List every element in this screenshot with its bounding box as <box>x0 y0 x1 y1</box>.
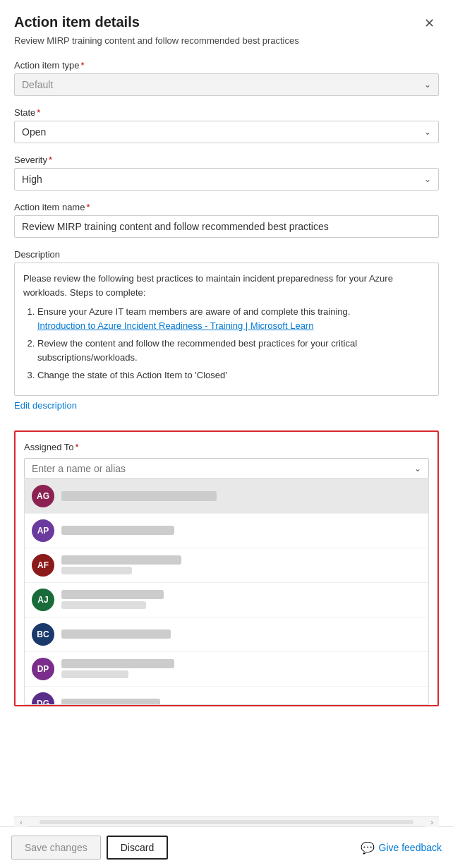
assigned-to-section: Assigned To* ⌄ AG AP <box>14 430 439 706</box>
panel-subtitle: Review MIRP training content and follow … <box>14 35 439 46</box>
chevron-down-icon: ⌄ <box>414 464 421 474</box>
description-step-3: Change the state of this Action Item to … <box>37 368 430 382</box>
description-step-2: Review the content and follow the recomm… <box>37 337 430 364</box>
description-step-1: Ensure your Azure IT team members are aw… <box>37 305 430 332</box>
close-button[interactable]: ✕ <box>420 14 439 32</box>
person-info <box>61 590 421 609</box>
list-item[interactable]: AF <box>25 548 428 583</box>
list-item[interactable]: DP <box>25 652 428 687</box>
person-info <box>61 699 421 705</box>
avatar: DP <box>32 658 54 680</box>
training-link[interactable]: Introduction to Azure Incident Readiness… <box>37 320 313 331</box>
person-info <box>61 629 421 639</box>
scroll-left-button[interactable]: ‹ <box>14 817 28 827</box>
chevron-down-icon: ⌄ <box>424 174 431 184</box>
action-item-name-field: Action item name* <box>14 202 439 238</box>
horizontal-scrollbar[interactable]: ‹ › <box>14 816 439 826</box>
person-info <box>61 526 421 535</box>
person-email <box>61 670 128 678</box>
footer: Save changes Discard 💬 Give feedback <box>0 826 453 868</box>
list-item[interactable]: AP <box>25 514 428 548</box>
person-email <box>61 567 132 574</box>
assigned-to-input[interactable] <box>32 463 414 474</box>
description-steps: Ensure your Azure IT team members are aw… <box>23 305 430 382</box>
severity-dropdown[interactable]: High ⌄ <box>14 168 439 191</box>
person-name <box>61 491 217 501</box>
scrollbar-track <box>40 820 413 824</box>
avatar: BC <box>32 623 54 646</box>
state-dropdown[interactable]: Open ⌄ <box>14 121 439 143</box>
description-field: Description Please review the following … <box>14 249 439 419</box>
avatar: DG <box>32 692 54 705</box>
person-name <box>61 629 171 639</box>
chevron-down-icon: ⌄ <box>424 127 431 137</box>
edit-description-link[interactable]: Edit description <box>14 400 77 411</box>
list-item[interactable]: AJ <box>25 583 428 617</box>
avatar: AG <box>32 485 54 507</box>
person-name <box>61 590 164 599</box>
description-label: Description <box>14 249 439 260</box>
person-info <box>61 659 421 678</box>
list-item[interactable]: BC <box>25 617 428 652</box>
panel-header: Action item details ✕ <box>14 14 439 32</box>
person-name <box>61 555 181 565</box>
action-item-type-dropdown[interactable]: Default ⌄ <box>14 73 439 96</box>
scroll-right-button[interactable]: › <box>425 817 439 827</box>
person-name <box>61 659 174 668</box>
avatar: AF <box>32 554 54 577</box>
description-content: Please review the following best practic… <box>14 263 439 396</box>
chevron-down-icon: ⌄ <box>424 80 431 90</box>
person-name <box>61 526 174 535</box>
assigned-to-label: Assigned To* <box>24 442 429 452</box>
person-info <box>61 491 421 501</box>
list-item[interactable]: AG <box>25 479 428 514</box>
avatar: AP <box>32 519 54 542</box>
list-item[interactable]: DG <box>25 687 428 705</box>
severity-field: Severity* High ⌄ <box>14 155 439 191</box>
spacer <box>14 718 439 806</box>
state-label: State* <box>14 107 439 118</box>
severity-label: Severity* <box>14 155 439 165</box>
state-field: State* Open ⌄ <box>14 107 439 143</box>
person-info <box>61 555 421 574</box>
action-item-type-field: Action item type* Default ⌄ <box>14 60 439 96</box>
action-item-name-input[interactable] <box>14 215 439 238</box>
action-item-panel: Action item details ✕ Review MIRP traini… <box>0 0 453 826</box>
person-name <box>61 699 160 705</box>
person-email <box>61 601 146 609</box>
discard-button[interactable]: Discard <box>107 836 168 860</box>
panel-title: Action item details <box>14 14 140 30</box>
people-dropdown-list: AG AP AF <box>24 479 429 705</box>
action-item-name-label: Action item name* <box>14 202 439 212</box>
feedback-icon: 💬 <box>361 841 375 855</box>
avatar: AJ <box>32 589 54 611</box>
action-item-type-label: Action item type* <box>14 60 439 71</box>
save-changes-button[interactable]: Save changes <box>11 836 101 860</box>
assigned-to-input-row[interactable]: ⌄ <box>24 458 429 479</box>
give-feedback-button[interactable]: 💬 Give feedback <box>361 841 442 855</box>
